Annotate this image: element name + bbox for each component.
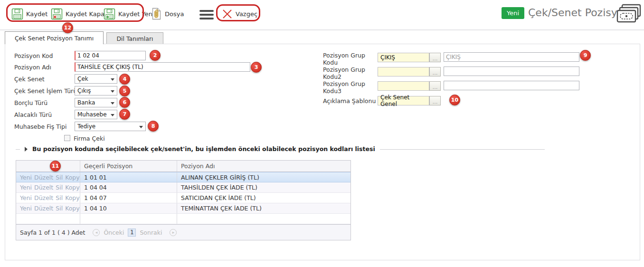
aciklama-sablonu-lookup-value: Çek Senet Genel bbox=[380, 94, 426, 107]
row-action-sil[interactable]: Sil bbox=[56, 205, 63, 212]
label-pozisyon-kod: Pozisyon Kod bbox=[14, 52, 53, 59]
table-row[interactable]: Yeni Düzelt Sil Kopya 1 01 01 ALINAN ÇEK… bbox=[16, 172, 350, 182]
muhasebe-fis-tipi-select-value: Tediye bbox=[77, 123, 95, 130]
row-actions: Yeni Düzelt Sil Kopya bbox=[16, 182, 80, 192]
row-action-duzelt[interactable]: Düzelt bbox=[34, 184, 53, 191]
toolbar-divider bbox=[0, 30, 644, 30]
pozisyon-grup-kodu-name-input[interactable] bbox=[444, 52, 579, 62]
row-code: 1 04 10 bbox=[80, 203, 177, 213]
row-action-kopya[interactable]: Kopya bbox=[65, 194, 80, 201]
pozisyon-grup-kodu-lookup-value: ÇIKIŞ bbox=[380, 54, 395, 61]
pozisyon-grup-kodu3-name-input[interactable] bbox=[444, 81, 579, 90]
pozisyon-grup-kodu2-name-input[interactable] bbox=[444, 67, 579, 76]
pozisyon-adi-input[interactable] bbox=[75, 62, 250, 72]
toolbar: Kaydet Kaydet Kapat bbox=[0, 0, 644, 30]
tab-dil-tanimlari[interactable]: Dil Tanımları bbox=[106, 32, 163, 44]
save-close-button-label: Kaydet Kapat bbox=[66, 10, 107, 18]
row-code: 1 01 01 bbox=[80, 172, 177, 182]
row-action-duzelt[interactable]: Düzelt bbox=[34, 205, 53, 212]
floppy-disk-icon bbox=[11, 8, 23, 20]
label-firma-ceki: Firma Çeki bbox=[74, 135, 105, 142]
callout-8: 8 bbox=[148, 121, 159, 132]
label-pozisyon-grup-kodu3: Pozisyon Grup Kodu3 bbox=[323, 80, 373, 95]
expand-arrow-icon bbox=[25, 147, 28, 152]
callout-7: 7 bbox=[119, 109, 130, 120]
row-action-yeni[interactable]: Yeni bbox=[20, 184, 32, 191]
label-muhasebe-fis-tipi: Muhasebe Fiş Tipi bbox=[14, 123, 66, 130]
row-action-kopya[interactable]: Kopya bbox=[65, 205, 80, 212]
table-header-poziyon-adi[interactable]: Poziyon Adı bbox=[177, 161, 350, 172]
floppy-disk-x-icon bbox=[51, 8, 63, 20]
aciklama-sablonu-lookup-button[interactable]: … bbox=[429, 96, 441, 105]
checks-stack-icon bbox=[616, 4, 642, 27]
table-header-row: Geçerli Pozisyon Poziyon Adı bbox=[16, 161, 350, 172]
chevron-down-icon bbox=[111, 102, 114, 105]
save-button[interactable]: Kaydet bbox=[9, 6, 49, 21]
firma-ceki-checkbox[interactable] bbox=[64, 135, 70, 141]
callout-10: 10 bbox=[449, 95, 460, 105]
alacakli-turu-select-value: Muhasebe bbox=[77, 111, 107, 118]
callout-11: 11 bbox=[50, 161, 61, 172]
current-page-button[interactable]: 1 bbox=[128, 229, 136, 237]
alacakli-turu-select[interactable]: Muhasebe bbox=[75, 110, 117, 119]
cek-senet-islem-turu-select[interactable]: Çıkış bbox=[75, 86, 117, 95]
cek-senet-select[interactable]: Çek bbox=[75, 74, 117, 84]
label-aciklama-sablonu: Açıklama Şablonu bbox=[323, 97, 380, 105]
pozisyon-grup-kodu2-lookup-input[interactable] bbox=[378, 67, 429, 76]
table-header-gecerli-pozisyon[interactable]: Geçerli Pozisyon bbox=[80, 161, 177, 172]
row-action-sil[interactable]: Sil bbox=[56, 184, 63, 191]
pozisyon-grup-kodu-lookup-input[interactable]: ÇIKIŞ bbox=[378, 53, 429, 62]
row-action-yeni[interactable]: Yeni bbox=[20, 194, 32, 201]
save-close-button[interactable]: Kaydet Kapat bbox=[49, 6, 109, 21]
chevron-down-icon bbox=[111, 90, 114, 93]
section-header[interactable]: Bu pozisyon kodunda seçilebilecek çek/se… bbox=[20, 145, 380, 153]
pozisyon-grup-kodu2-lookup-button[interactable]: … bbox=[429, 67, 441, 76]
row-action-yeni[interactable]: Yeni bbox=[20, 174, 32, 181]
status-badge-new: Yeni bbox=[502, 7, 524, 19]
row-action-yeni[interactable]: Yeni bbox=[20, 205, 32, 212]
cek-senet-select-value: Çek bbox=[77, 76, 88, 82]
label-pozisyon-grup-kodu: Pozisyon Grup Kodu bbox=[323, 52, 373, 66]
row-action-kopya[interactable]: Kopya bbox=[65, 184, 80, 191]
row-name: TAHSİLDEN ÇEK İADE (TL) bbox=[177, 182, 350, 192]
file-button-label: Dosya bbox=[165, 10, 184, 18]
row-action-kopya[interactable]: Kopya bbox=[65, 174, 80, 181]
row-name: SATICIDAN ÇEK İADE (TL) bbox=[177, 193, 350, 203]
next-page-arrow-icon[interactable]: ▸ bbox=[170, 229, 177, 236]
table-header-actions bbox=[16, 161, 80, 172]
cek-senet-islem-turu-select-value: Çıkış bbox=[77, 87, 91, 94]
callout-4: 4 bbox=[119, 74, 130, 85]
section-header-label: Bu pozisyon kodunda seçilebilecek çek/se… bbox=[32, 145, 375, 153]
pozisyon-grup-kodu3-lookup-button[interactable]: … bbox=[429, 81, 441, 91]
chevron-down-icon bbox=[139, 126, 143, 128]
document-paperclip-icon bbox=[151, 8, 162, 20]
file-button[interactable]: Dosya bbox=[149, 6, 186, 21]
prev-page-button[interactable]: Önceki bbox=[104, 229, 124, 236]
row-action-sil[interactable]: Sil bbox=[56, 194, 63, 201]
next-page-button[interactable]: Sonraki bbox=[140, 229, 162, 236]
pozisyon-kod-input[interactable] bbox=[75, 51, 146, 60]
label-cek-senet: Çek Senet bbox=[14, 76, 45, 83]
pozisyon-grup-kodu-lookup-button[interactable]: … bbox=[429, 53, 441, 62]
label-alacakli-turu: Alacaklı Türü bbox=[14, 111, 52, 118]
muhasebe-fis-tipi-select[interactable]: Tediye bbox=[75, 122, 146, 131]
page-title: Çek/Senet Pozisyon bbox=[528, 7, 630, 19]
cancel-button[interactable]: Vazgeç bbox=[220, 6, 259, 21]
row-actions: Yeni Düzelt Sil Kopya bbox=[16, 203, 80, 213]
tab-cek-senet-pozisyon-tanimi[interactable]: Çek Senet Pozisyon Tanımı bbox=[5, 31, 104, 44]
pozisyon-grup-kodu3-lookup-input[interactable] bbox=[378, 81, 429, 91]
table-empty-row bbox=[16, 214, 350, 224]
hamburger-icon[interactable] bbox=[199, 10, 214, 19]
prev-page-arrow-icon[interactable]: ◂ bbox=[93, 229, 100, 236]
table-row[interactable]: Yeni Düzelt Sil Kopya 1 04 04 TAHSİLDEN … bbox=[16, 182, 350, 193]
row-action-duzelt[interactable]: Düzelt bbox=[34, 194, 53, 201]
row-action-sil[interactable]: Sil bbox=[56, 174, 63, 181]
aciklama-sablonu-lookup-input[interactable]: Çek Senet Genel bbox=[378, 96, 429, 105]
table-row[interactable]: Yeni Düzelt Sil Kopya 1 04 07 SATICIDAN … bbox=[16, 193, 350, 203]
table-pagination: Sayfa 1 of 1 ( 4 ) Adet ◂ Önceki 1 Sonra… bbox=[16, 224, 350, 240]
table-row[interactable]: Yeni Düzelt Sil Kopya 1 04 10 TEMİNATTAN… bbox=[16, 203, 350, 214]
save-new-button[interactable]: Kaydet Yeni bbox=[102, 6, 156, 21]
row-action-duzelt[interactable]: Düzelt bbox=[34, 174, 53, 181]
borclu-turu-select[interactable]: Banka bbox=[75, 98, 117, 107]
label-borclu-turu: Borçlu Türü bbox=[14, 99, 47, 106]
